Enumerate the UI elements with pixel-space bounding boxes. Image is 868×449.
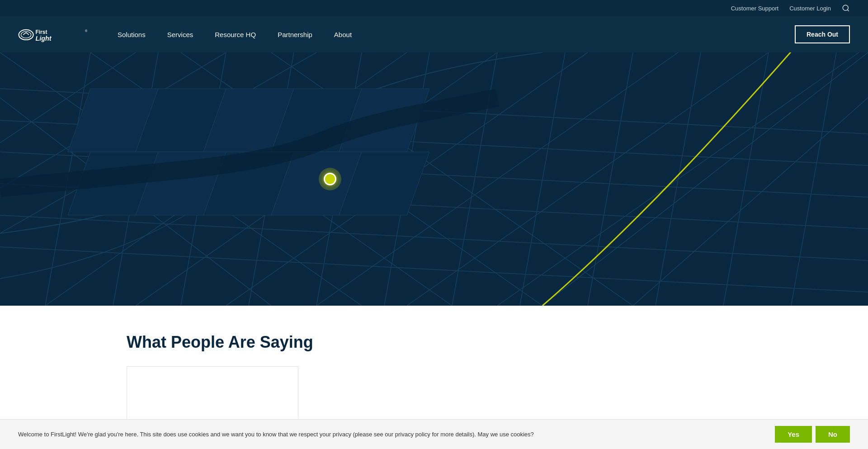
- svg-text:Light: Light: [35, 34, 52, 42]
- reach-out-button[interactable]: Reach Out: [795, 25, 850, 43]
- cookie-bar: Welcome to FirstLight! We're glad you're…: [0, 419, 868, 439]
- cookie-message: Welcome to FirstLight! We're glad you're…: [18, 431, 764, 438]
- cookie-buttons: Yes No: [775, 426, 850, 439]
- location-marker: [319, 168, 341, 190]
- firstlight-logo: First Light ®: [18, 24, 90, 45]
- search-icon: [842, 4, 850, 12]
- svg-line-1: [847, 9, 849, 11]
- search-button[interactable]: [842, 4, 850, 12]
- nav-services[interactable]: Services: [167, 29, 193, 40]
- marker-center: [324, 173, 336, 185]
- nav-resource-hq[interactable]: Resource HQ: [215, 29, 256, 40]
- main-nav: First Light ® Solutions Services Resourc…: [0, 16, 868, 52]
- logo-area: First Light ®: [18, 24, 90, 45]
- hero-section: [0, 52, 868, 306]
- svg-text:®: ®: [85, 28, 88, 33]
- testimonials-section: What People Are Saying: [0, 306, 868, 439]
- top-bar: Customer Support Customer Login: [0, 0, 868, 16]
- map-background: [0, 52, 868, 306]
- testimonials-title: What People Are Saying: [127, 333, 741, 352]
- cookie-yes-button[interactable]: Yes: [775, 426, 812, 439]
- nav-partnership[interactable]: Partnership: [278, 29, 312, 40]
- customer-login-link[interactable]: Customer Login: [789, 5, 831, 12]
- marker-outer-ring: [319, 168, 341, 190]
- cookie-no-button[interactable]: No: [816, 426, 850, 439]
- nav-links: Solutions Services Resource HQ Partnersh…: [118, 29, 795, 40]
- nav-solutions[interactable]: Solutions: [118, 29, 146, 40]
- svg-point-0: [843, 5, 848, 10]
- customer-support-link[interactable]: Customer Support: [731, 5, 779, 12]
- testimonial-card: [127, 366, 298, 421]
- nav-about[interactable]: About: [334, 29, 352, 40]
- map-streets-svg: [0, 52, 868, 306]
